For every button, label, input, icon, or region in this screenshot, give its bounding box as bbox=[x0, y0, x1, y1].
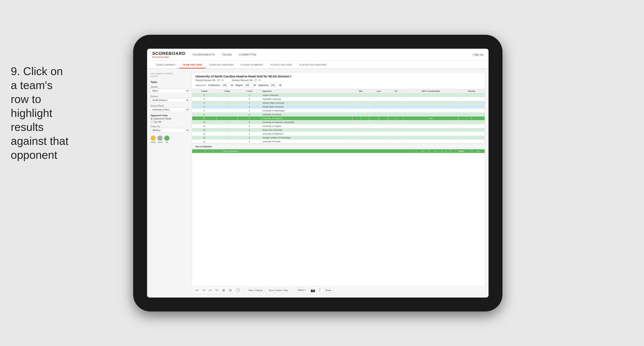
radio-top100[interactable]: Top 100 bbox=[150, 121, 189, 123]
legend-up: Up bbox=[164, 136, 170, 143]
table-row[interactable]: 14-2University of Oklahoma bbox=[192, 132, 485, 136]
odd-loss: 0 bbox=[429, 149, 442, 153]
odd-diff: 26.00 bbox=[450, 149, 472, 153]
table-row[interactable]: 12-3University of Virginia bbox=[192, 124, 485, 128]
division-record: Division Record: 88 - 17 - 0 bbox=[232, 79, 260, 81]
nav-links: TOURNAMENTS TEAMS COMMITTEE bbox=[192, 53, 472, 56]
logo-scoreboard: SCOREBOARD bbox=[152, 51, 185, 56]
radio-dot-top100 bbox=[150, 121, 153, 123]
table-row[interactable]: 4-1Arizona State University bbox=[192, 101, 485, 105]
table-row[interactable]: 10-5University of Alabama3002.618 bbox=[192, 116, 485, 120]
opponent-view-radio-group: Opponents Played Top 100 bbox=[150, 118, 189, 123]
top-nav: SCOREBOARD Powered by clippi TOURNAMENTS… bbox=[147, 49, 488, 61]
undo-btn[interactable]: ↩ bbox=[194, 288, 200, 293]
nav-sign-out[interactable]: | Sign out bbox=[473, 53, 484, 56]
table-row[interactable]: 2-1Auburn University bbox=[192, 93, 485, 97]
table-row[interactable]: 3-2Vanderbilt University bbox=[192, 97, 485, 101]
share-icon-btn[interactable]: ⤴ bbox=[318, 288, 322, 293]
logo-area: SCOREBOARD Powered by clippi bbox=[152, 51, 185, 58]
watch-btn[interactable]: Watch ▾ bbox=[296, 288, 308, 292]
back-btn[interactable]: ↩ bbox=[208, 288, 213, 293]
opponent-filter-label: Opponent bbox=[258, 84, 268, 86]
share-btn[interactable]: Share bbox=[323, 288, 333, 292]
out-of-division-row[interactable]: NCAA Division II 1 0 0 26.00 3 bbox=[192, 149, 485, 153]
legend-down: Down bbox=[150, 136, 156, 143]
tab-player-h2h-heatmap[interactable]: PLAYER H2H HEATMAP bbox=[296, 62, 330, 68]
radio-opponents-played[interactable]: Opponents Played bbox=[150, 118, 189, 120]
region-filter-select[interactable]: (All) bbox=[244, 83, 256, 87]
region-filter: Region (All) bbox=[236, 83, 256, 87]
conference-filter-label: Conference bbox=[208, 84, 220, 86]
gender-select[interactable]: Men's bbox=[150, 89, 189, 93]
conference-filter: Conference (All) bbox=[208, 83, 234, 87]
col-win: Win bbox=[352, 89, 369, 93]
out-of-division-table: NCAA Division II 1 0 0 26.00 3 bbox=[192, 149, 485, 153]
instruction-body: Click on a team's row to highlight resul… bbox=[11, 65, 68, 161]
odd-tie: 0 bbox=[442, 149, 450, 153]
division-select[interactable]: NCAA Division I bbox=[150, 98, 189, 102]
grid-filters: Opponents: Conference (All) Region bbox=[196, 83, 482, 87]
conference-filter-select[interactable]: (All) bbox=[221, 83, 234, 87]
camera-btn[interactable]: 📷 bbox=[310, 288, 316, 293]
odd-reg bbox=[205, 149, 214, 153]
team-label: Team bbox=[150, 81, 189, 84]
logo-powered: Powered by clippi bbox=[152, 56, 185, 58]
tab-team-h2h-grid[interactable]: TEAM H2H GRID bbox=[179, 62, 206, 68]
odd-rank bbox=[192, 149, 205, 153]
table-row[interactable]: 15-4Georgia Institute of Technology bbox=[192, 136, 485, 140]
table-row[interactable]: 13-1Texas Tech University bbox=[192, 128, 485, 132]
table-header-row: # Rank # Reg # Conf Opponent Win Loss Ti… bbox=[192, 89, 485, 93]
table-row[interactable]: 8-2University of Washington bbox=[192, 109, 485, 113]
legend-dot-level bbox=[158, 136, 162, 141]
nav-teams[interactable]: TEAMS bbox=[222, 53, 232, 56]
legend-dot-down bbox=[150, 136, 156, 141]
tab-team-h2h-heatmap[interactable]: TEAM H2H HEATMAP bbox=[206, 62, 237, 68]
col-diff: Diff Av Strokes/Rnd bbox=[403, 89, 458, 93]
tablet-device: SCOREBOARD Powered by clippi TOURNAMENTS… bbox=[133, 35, 502, 312]
save-custom-btn[interactable]: Save Custom View bbox=[266, 288, 290, 292]
school-section: School (Rank) University of Nort... bbox=[150, 105, 189, 112]
odd-win: 1 bbox=[416, 149, 429, 153]
col-tie: Tie bbox=[388, 89, 403, 93]
odd-rounds: 3 bbox=[472, 149, 485, 153]
col-loss: Loss bbox=[369, 89, 388, 93]
table-row[interactable]: 6-2Florida State University bbox=[192, 105, 485, 109]
instruction-text: 9. Click on a team's row to highlight re… bbox=[11, 64, 71, 162]
col-opponent: Opponent bbox=[261, 89, 352, 93]
table-row[interactable]: 16-3University of Florida bbox=[192, 140, 485, 143]
bottom-toolbar: ↩ ↪ ↩ ✂ ⊕ ⊖ 🕐 View: Original Save Custom… bbox=[192, 286, 485, 294]
school-select[interactable]: University of Nort... bbox=[150, 107, 189, 112]
table-row[interactable]: 11-6University of Arkansas, Fayetteville bbox=[192, 120, 485, 124]
instruction-step: 9. bbox=[11, 65, 20, 77]
data-table: # Rank # Reg # Conf Opponent Win Loss Ti… bbox=[192, 89, 485, 286]
legend-dot-up bbox=[164, 136, 170, 141]
plus-btn[interactable]: ⊕ bbox=[221, 288, 226, 293]
opponents-label: Opponents: bbox=[196, 84, 206, 86]
minus-btn[interactable]: ⊖ bbox=[228, 288, 233, 293]
legend-level: Level bbox=[158, 136, 162, 143]
out-of-division-label: Out of division bbox=[196, 145, 212, 148]
view-original-btn[interactable]: View: Original bbox=[246, 288, 265, 292]
table-row[interactable]: 9-3University of Arizona bbox=[192, 113, 485, 116]
odd-division: NCAA Division II bbox=[222, 149, 416, 153]
toolbar-divider-1 bbox=[244, 288, 244, 292]
odd-conf bbox=[214, 149, 222, 153]
nav-tournaments[interactable]: TOURNAMENTS bbox=[192, 53, 215, 56]
col-conf: # Conf bbox=[238, 89, 261, 93]
tab-player-h2h-grid[interactable]: PLAYER H2H GRID bbox=[267, 62, 296, 68]
grid-title: University of North Carolina Head-to-Hea… bbox=[196, 75, 482, 78]
opponent-filter-select[interactable]: (All) bbox=[269, 83, 282, 87]
tab-player-summary[interactable]: PLAYER SUMMARY bbox=[237, 62, 267, 68]
main-content: Last Updated: 27/03/2024 16:55:38 Team G… bbox=[147, 69, 488, 298]
grid-header: University of North Carolina Head-to-Hea… bbox=[192, 72, 485, 89]
col-rounds: Rounds bbox=[458, 89, 485, 93]
scissors-btn[interactable]: ✂ bbox=[214, 288, 220, 293]
tab-team-summary[interactable]: TEAM SUMMARY bbox=[152, 62, 179, 68]
col-rank: # Rank bbox=[192, 89, 216, 93]
grid-records: Overall Record: 89 - 17 - 0 Division Rec… bbox=[196, 79, 482, 81]
colour-by-select[interactable]: Win/loss bbox=[150, 128, 189, 133]
h2h-table: # Rank # Reg # Conf Opponent Win Loss Ti… bbox=[192, 89, 485, 143]
clock-btn[interactable]: 🕐 bbox=[234, 288, 241, 293]
nav-committee[interactable]: COMMITTEE bbox=[239, 53, 256, 56]
redo-btn[interactable]: ↪ bbox=[201, 288, 206, 293]
